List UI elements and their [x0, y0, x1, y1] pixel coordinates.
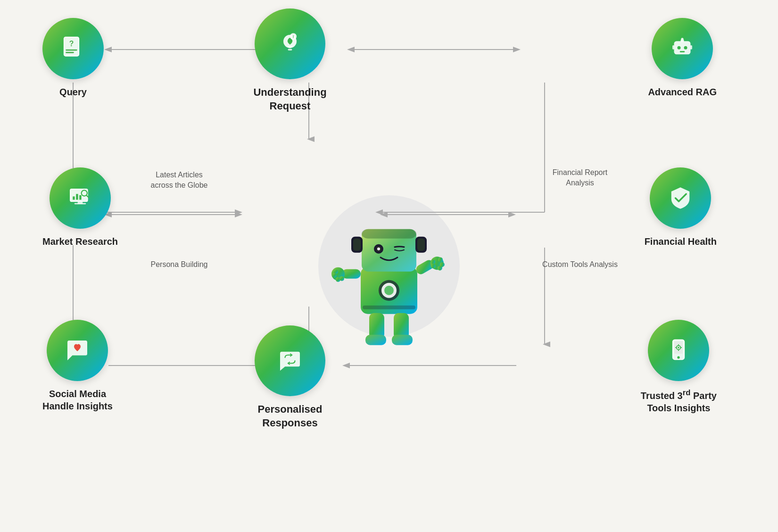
- svg-rect-26: [680, 51, 685, 52]
- svg-point-43: [678, 356, 680, 358]
- latest-articles-label: Latest Articles across the Globe: [146, 170, 212, 191]
- advanced-rag-icon: [669, 35, 695, 62]
- query-label: Query: [59, 86, 87, 98]
- financial-health-label: Financial Health: [645, 235, 717, 248]
- svg-rect-36: [76, 194, 78, 200]
- custom-tools-label: Custom Tools Analysis: [542, 259, 618, 270]
- advanced-rag-label: Advanced RAG: [648, 86, 717, 98]
- market-research-node: Market Research: [42, 167, 118, 248]
- svg-rect-34: [74, 203, 86, 205]
- trusted-party-icon-circle: [648, 320, 709, 381]
- svg-rect-20: [288, 49, 292, 51]
- svg-rect-60: [417, 239, 425, 251]
- svg-rect-17: [66, 50, 77, 51]
- trusted-party-node: Trusted 3rd PartyTools Insights: [641, 320, 717, 414]
- personalised-responses-icon-circle: [255, 325, 325, 396]
- svg-rect-58: [353, 239, 361, 251]
- trusted-party-label: Trusted 3rd PartyTools Insights: [641, 388, 717, 414]
- svg-point-68: [332, 273, 337, 278]
- svg-point-28: [681, 38, 684, 40]
- svg-rect-35: [73, 197, 74, 200]
- social-media-label: Social MediaHandle Insights: [42, 388, 113, 412]
- social-media-icon-circle: [47, 320, 108, 381]
- market-research-icon-circle: [50, 167, 111, 229]
- svg-point-45: [678, 347, 680, 349]
- understanding-node: ! Understanding Request: [248, 8, 332, 113]
- svg-rect-23: [674, 41, 691, 54]
- financial-health-icon: [667, 185, 694, 211]
- svg-point-53: [384, 286, 394, 295]
- financial-report-label: Financial Report Analysis: [547, 167, 613, 189]
- advanced-rag-node: Advanced RAG: [648, 18, 717, 98]
- svg-rect-80: [392, 335, 413, 345]
- robot-svg: [328, 191, 450, 352]
- svg-text:!: !: [293, 34, 294, 39]
- query-icon: ?: [60, 35, 86, 62]
- svg-rect-81: [363, 306, 415, 309]
- personalised-responses-icon: [277, 348, 303, 374]
- financial-health-icon-circle: [650, 167, 711, 229]
- svg-point-25: [684, 46, 687, 50]
- understanding-icon-circle: !: [255, 8, 325, 79]
- svg-rect-29: [672, 45, 674, 50]
- svg-point-63: [377, 248, 380, 250]
- persona-building-label: Persona Building: [146, 259, 212, 270]
- market-research-icon: [67, 185, 93, 211]
- social-media-node: Social MediaHandle Insights: [42, 320, 113, 412]
- svg-text:?: ?: [69, 40, 74, 48]
- svg-point-24: [678, 46, 681, 50]
- diagram-container: ? Query ! Understanding Request: [0, 0, 778, 532]
- query-icon-circle: ?: [42, 18, 104, 79]
- advanced-rag-icon-circle: [652, 18, 713, 79]
- svg-rect-56: [362, 229, 416, 239]
- market-research-label: Market Research: [42, 235, 118, 248]
- personalised-responses-label: Personalised Responses: [248, 403, 332, 430]
- svg-rect-18: [66, 52, 74, 53]
- svg-rect-30: [690, 45, 692, 50]
- trusted-party-icon: [665, 337, 692, 364]
- svg-rect-37: [79, 195, 81, 200]
- understanding-label: Understanding Request: [248, 86, 332, 113]
- query-node: ? Query: [42, 18, 104, 98]
- financial-health-node: Financial Health: [645, 167, 717, 248]
- svg-point-70: [339, 276, 344, 281]
- robot-mascot: [328, 191, 450, 354]
- social-media-icon: [64, 337, 91, 364]
- understanding-icon: !: [277, 31, 303, 57]
- personalised-responses-node: Personalised Responses: [248, 325, 332, 430]
- svg-rect-79: [365, 335, 386, 345]
